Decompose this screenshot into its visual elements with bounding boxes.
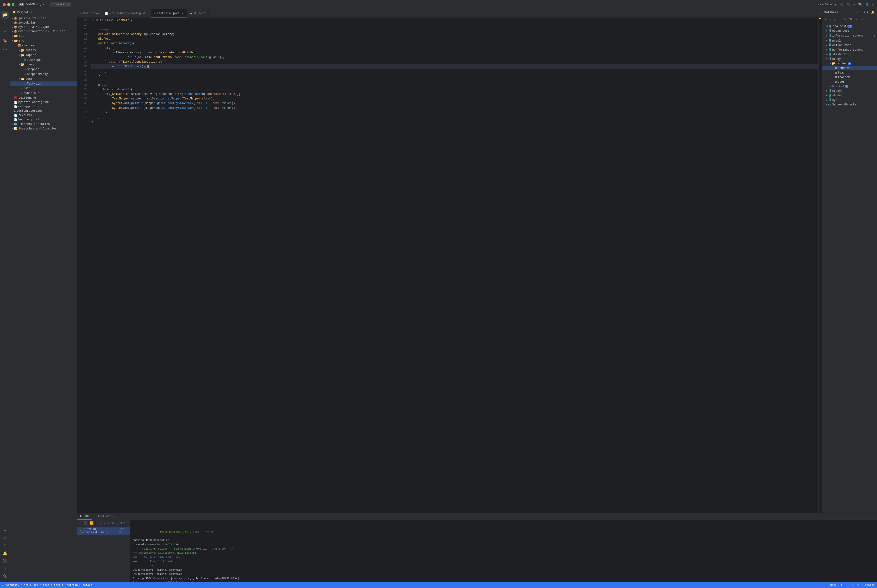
db-item-staybooking[interactable]: ▶ 🗄 staybooking: [822, 52, 877, 57]
next-icon[interactable]: ▷: [115, 521, 119, 525]
status-encoding[interactable]: UTF-8: [845, 584, 853, 586]
tree-item-webstudy-iml[interactable]: ▶ 📄 WebStudy.iml: [10, 117, 77, 122]
add-db-button[interactable]: +: [823, 17, 827, 22]
tree-item-junit[interactable]: ▶ 📦 junit-4.13.2.jar: [10, 16, 77, 21]
db-item-views[interactable]: ▶ 👁 views 2: [822, 84, 877, 88]
tree-item-entity[interactable]: ▶ 📂 entity: [10, 48, 77, 53]
tree-item-lombok[interactable]: ▶ 📦 lombok.jar: [10, 21, 77, 25]
tree-item-shopper[interactable]: ▶ ☕ Shopper: [10, 67, 77, 72]
download-db-button[interactable]: ↓: [838, 17, 842, 22]
tree-item-test-folder[interactable]: ▼ 📂 test: [10, 76, 77, 81]
status-line-sep[interactable]: LF: [839, 584, 842, 586]
expand-icon[interactable]: ⊞: [119, 521, 123, 525]
status-indent[interactable]: 4 spaces: [862, 584, 875, 586]
check-icon[interactable]: ✓: [99, 521, 102, 525]
tree-item-mybatis-jar[interactable]: ▶ 📦 mybatis-3.5.13.jar: [10, 25, 77, 29]
sidebar-item-project[interactable]: 📁: [1, 11, 9, 19]
db-item-onlineorder[interactable]: ▶ 🗄 onlineOrder: [822, 43, 877, 48]
more-button[interactable]: ⋯: [853, 3, 855, 6]
stop-icon[interactable]: ⬛: [83, 521, 88, 525]
close-button[interactable]: [3, 3, 6, 6]
code-content[interactable]: ●public class TestMain { 2 usages privat…: [89, 18, 818, 513]
tree-item-src[interactable]: ▼ 📂 src: [10, 38, 77, 43]
export-icon[interactable]: ⬆: [123, 521, 127, 525]
sidebar-item-run[interactable]: ▶: [1, 526, 9, 534]
tree-item-comtest[interactable]: ▼ 📦 com.test: [10, 43, 77, 48]
tab-testmain-java[interactable]: ☕ TestMain.java ✕: [151, 9, 187, 18]
sidebar-item-font[interactable]: T: [1, 542, 9, 550]
tabs-more-button[interactable]: ⋯: [816, 12, 822, 15]
db-item-teach-table[interactable]: ▶ ▦ teach: [822, 70, 877, 75]
sort-icon[interactable]: ↕: [107, 521, 110, 525]
sidebar-item-structure[interactable]: ❐: [1, 28, 9, 36]
db-item-server-objects[interactable]: ▶ 🗂 Server Objects: [822, 102, 877, 107]
sidebar-item-more[interactable]: •••: [1, 46, 9, 53]
db-item-localhost[interactable]: ▼ 🖥 @localhost 10: [822, 24, 877, 28]
tab-testmain-run[interactable]: ✓ TestMain ✕: [92, 513, 117, 520]
remove-db-button[interactable]: −: [828, 17, 832, 22]
status-line-col[interactable]: 30:33: [829, 584, 836, 586]
tab-close-icon[interactable]: ✕: [113, 515, 114, 518]
status-settings-icon[interactable]: ⚙: [2, 584, 4, 587]
tree-item-main[interactable]: ▶ ☕ Main: [10, 86, 77, 91]
tree-item-scratches[interactable]: ▶ 📝 Scratches and Consoles: [10, 126, 77, 131]
db-item-tables[interactable]: ▼ 📁 tables 4: [822, 61, 877, 66]
collapse-icon[interactable]: ∧: [864, 10, 865, 14]
db-item-user-table[interactable]: ▶ ▦ user: [822, 80, 877, 84]
sidebar-item-plugins[interactable]: 🔌: [1, 573, 9, 580]
tree-item-testmapper[interactable]: ▶ ◎ TestMapper: [10, 58, 77, 62]
db-item-sys[interactable]: ▶ 🗄 sys: [822, 98, 877, 102]
db-item-student-table[interactable]: ▶ ▦ student: [822, 66, 877, 70]
settings-icon[interactable]: ⚙: [872, 2, 874, 6]
tree-item-gitignore[interactable]: ▶ 🚫 .gitignore: [10, 96, 77, 100]
tree-item-mysql-jar[interactable]: ▶ 📦 mysql-connector-j-8.2.0.jar: [10, 29, 77, 34]
db-item-teacher-table[interactable]: ▶ ▦ teacher: [822, 75, 877, 80]
refresh-db-button[interactable]: ↻: [833, 17, 837, 22]
fullscreen-button[interactable]: [12, 3, 14, 6]
tab-main-java[interactable]: ☕ Main.java: [77, 9, 102, 18]
db-item-study2[interactable]: ▶ 🗄 study2: [822, 88, 877, 93]
account-icon[interactable]: 👤: [865, 2, 869, 6]
debug-button[interactable]: 🐞: [840, 2, 844, 6]
tree-item-external-libraries[interactable]: ▶ 📚 External Libraries: [10, 122, 77, 126]
prev-db-button[interactable]: ◁: [855, 17, 859, 22]
tree-item-mybatis-xml[interactable]: ▶ 📄 mybatis-config.xml: [10, 100, 77, 105]
tab-student[interactable]: ▦ student: [187, 9, 208, 18]
cancel-icon[interactable]: ✕: [103, 521, 106, 525]
sidebar-item-info[interactable]: ℹ: [1, 565, 9, 573]
tree-item-mylogger[interactable]: ▶ 📄 myLogger.log: [10, 105, 77, 109]
more-run-icon[interactable]: ⋯: [127, 521, 130, 525]
search-button[interactable]: 🔍: [858, 2, 862, 6]
tree-item-out[interactable]: ▶ 📂 out: [10, 34, 77, 38]
notification-icon[interactable]: 🔔: [871, 10, 875, 14]
sidebar-item-terminal[interactable]: ⬛: [1, 557, 9, 565]
tab-mybatis-xml[interactable]: 📄 </> mybatis-config.xml: [102, 9, 151, 18]
tree-item-testmain[interactable]: ▶ ☕ TestMain: [10, 81, 77, 86]
tree-item-properties[interactable]: ▶ ⚙ test.properties: [10, 109, 77, 113]
tab-run[interactable]: ▶ Run: [77, 513, 92, 520]
tab-close-button[interactable]: ✕: [181, 12, 184, 15]
filter-icon[interactable]: ⊠: [95, 521, 98, 525]
sidebar-item-notifications[interactable]: 🔔: [1, 550, 9, 557]
resume-icon[interactable]: ⏩: [89, 521, 94, 525]
db-item-study[interactable]: ▼ 🗄 study: [822, 57, 877, 61]
console-area[interactable]: ✓ ✓ Tests passed: 1 of 1 test – 445 ms O…: [130, 520, 877, 582]
sidebar-item-vcs[interactable]: ⑂: [1, 20, 9, 27]
rerun-icon[interactable]: ↻: [79, 521, 82, 525]
tree-item-proxy[interactable]: ▼ 📂 proxy: [10, 62, 77, 67]
db-item-ebean[interactable]: ▶ 🗄 ebean_test: [822, 28, 877, 33]
expand-icon[interactable]: ∨: [867, 10, 869, 14]
build-button[interactable]: 🔨: [847, 3, 851, 6]
project-panel-header[interactable]: 📁 Project ∨: [10, 9, 77, 15]
sidebar-item-commit[interactable]: ✓: [1, 534, 9, 542]
next-db-button[interactable]: ▷: [860, 17, 864, 22]
tree-item-mybatisutil[interactable]: ▶ ☕ MybatisUtil: [10, 91, 77, 96]
ddl-button[interactable]: DDL: [848, 18, 854, 21]
status-print-icon[interactable]: 🖨: [856, 584, 859, 587]
prev-icon[interactable]: ◁: [111, 521, 114, 525]
db-item-study4[interactable]: ▶ 🗄 study4: [822, 93, 877, 98]
db-item-performance[interactable]: ▶ 🗄 performance_schema: [822, 48, 877, 52]
run-result-item[interactable]: ✓ TestMain (com.test.test) 445 ms: [77, 526, 130, 535]
edit-db-button[interactable]: ✎: [843, 17, 847, 22]
run-button[interactable]: ▶: [835, 2, 837, 7]
